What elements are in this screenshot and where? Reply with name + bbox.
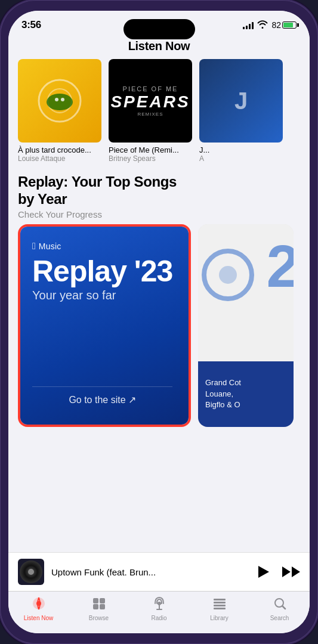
svg-point-3 (55, 98, 58, 101)
signal-bar-3 (249, 24, 251, 29)
ff-icon-1 (282, 566, 291, 577)
replay-go-button[interactable]: Go to the site ↗ (32, 386, 172, 413)
tab-search[interactable]: Search (262, 596, 298, 621)
song-title: Uptown Funk (feat. Brun... (51, 567, 245, 577)
album-row: À plus tard crocode... Louise Attaque PI… (8, 59, 310, 171)
replay-go-text: Go to the site ↗ (69, 395, 136, 405)
battery-icon (282, 21, 297, 29)
svg-point-2 (47, 94, 73, 110)
album-artist-2: Britney Spears (109, 154, 192, 163)
scroll-content[interactable]: À plus tard crocode... Louise Attaque PI… (8, 59, 310, 552)
replay-row:  Music Replay '23 Your year so far Go t… (8, 224, 310, 436)
signal-bar-1 (243, 27, 245, 29)
apple-music-text: Music (39, 242, 61, 251)
listen-now-icon (32, 596, 46, 613)
replay-subtitle: Your year so far (32, 289, 172, 302)
svg-point-6 (219, 266, 237, 284)
partial-card-bottom: Grand CotLouane,Bigflo & O (198, 361, 294, 427)
album-artist-1: Louise Attaque (18, 154, 101, 163)
tab-radio[interactable]: Radio (141, 596, 177, 621)
replay-card-main[interactable]:  Music Replay '23 Your year so far Go t… (18, 224, 191, 427)
album-title-3: J... (199, 145, 283, 154)
tab-listen-now[interactable]: Listen Now (21, 596, 57, 621)
album-art-blue: J (199, 59, 283, 143)
tab-browse[interactable]: Browse (81, 596, 117, 621)
tab-label-browse: Browse (89, 615, 109, 621)
partial-big-number: 2 (266, 236, 294, 296)
tab-bar: Listen Now Browse (8, 591, 310, 633)
library-icon (212, 596, 227, 613)
replay-content:  Music Replay '23 Your year so far Go t… (32, 241, 172, 413)
svg-rect-16 (214, 599, 226, 600)
page-title: Listen Now (128, 39, 190, 52)
album-cover-2: PIECE OF ME SPEARS REMIXES (109, 59, 192, 143)
album-art-spears: PIECE OF ME SPEARS REMIXES (109, 59, 192, 143)
album-artist-3: A (199, 154, 283, 163)
status-icons: 82 (243, 20, 297, 30)
signal-bar-2 (246, 26, 248, 29)
album-item-1[interactable]: À plus tard crocode... Louise Attaque (18, 59, 101, 163)
signal-bars-icon (243, 21, 254, 29)
replay-card-blue-bg:  Music Replay '23 Your year so far Go t… (20, 227, 189, 425)
radio-icon (152, 596, 166, 613)
replay-section-title: Replay: Your Top Songsby Year (18, 174, 300, 208)
fast-forward-button[interactable] (282, 566, 300, 577)
browse-icon (92, 596, 106, 613)
song-thumbnail (18, 559, 44, 585)
partial-card-top: 2 (198, 224, 294, 361)
svg-rect-18 (214, 605, 226, 606)
section-title-area: Replay: Your Top Songsby Year Check Your… (8, 171, 310, 224)
album-cover-3: J (199, 59, 283, 143)
svg-rect-19 (214, 608, 226, 609)
tab-label-listen-now: Listen Now (24, 615, 53, 621)
battery-level: 82 (271, 20, 281, 30)
album-title-2: Piece of Me (Remi... (109, 145, 192, 154)
vinyl-center (28, 569, 34, 575)
svg-line-21 (282, 606, 285, 609)
dynamic-island (124, 19, 195, 39)
svg-rect-11 (93, 604, 98, 609)
tab-label-library: Library (210, 615, 229, 621)
phone-frame: 3:56 82 (0, 0, 318, 644)
album-item-3[interactable]: J J... A (199, 59, 283, 163)
play-icon (258, 566, 269, 578)
tab-library[interactable]: Library (202, 596, 237, 621)
tab-label-search: Search (270, 615, 289, 621)
tab-label-radio: Radio (151, 615, 166, 621)
grand-cot-label: Grand CotLouane,Bigflo & O (205, 377, 286, 410)
svg-rect-10 (100, 598, 105, 603)
search-icon (273, 596, 287, 613)
battery-container: 82 (271, 20, 297, 30)
svg-point-4 (61, 98, 64, 101)
battery-fill (283, 23, 293, 27)
replay-title-group: Replay '23 Your year so far (32, 256, 172, 302)
playback-controls[interactable] (252, 562, 300, 582)
ff-icon-2 (292, 566, 300, 577)
song-info: Uptown Funk (feat. Brun... (51, 567, 245, 577)
svg-rect-12 (100, 604, 105, 609)
play-button[interactable] (252, 562, 273, 582)
album-title-1: À plus tard crocode... (18, 145, 101, 154)
apple-music-label:  Music (32, 241, 172, 252)
vinyl-icon (20, 561, 42, 583)
now-playing-bar[interactable]: Uptown Funk (feat. Brun... (8, 552, 310, 591)
apple-logo-icon:  (32, 241, 36, 252)
wifi-icon (257, 20, 268, 30)
phone-screen: 3:56 82 (8, 11, 310, 633)
status-time: 3:56 (21, 19, 41, 31)
signal-bar-4 (252, 22, 254, 29)
album-item-2[interactable]: PIECE OF ME SPEARS REMIXES Piece of Me (… (109, 59, 192, 163)
album-cover-1 (18, 59, 101, 143)
svg-rect-17 (214, 602, 226, 603)
replay-year-text: Replay '23 (32, 256, 172, 286)
svg-rect-9 (93, 598, 98, 603)
replay-card-partial[interactable]: 2 Grand CotLouane,Bigflo & O (198, 224, 294, 427)
album-art-yellow (18, 59, 101, 143)
replay-section-subtitle: Check Your Progress (18, 209, 300, 219)
